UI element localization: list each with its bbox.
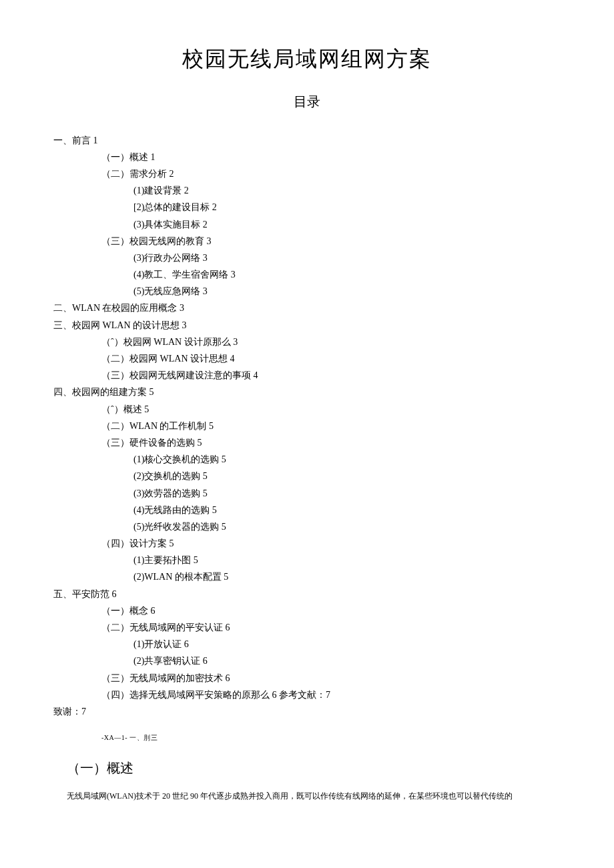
toc-entry: （三）校园无线网的教育 3 bbox=[101, 233, 561, 250]
toc-entry: [2)总体的建设目标 2 bbox=[133, 199, 561, 215]
toc-entry: （ˆ）校园网 WLAN 设计原那么 3 bbox=[101, 334, 561, 350]
toc-entry: （二）校园网 WLAN 设计思想 4 bbox=[101, 350, 561, 367]
toc-entry: 三、校园网 WLAN 的设计思想 3 bbox=[53, 317, 561, 334]
toc-entry: （二）需求分析 2 bbox=[101, 165, 561, 182]
toc-entry: （三）校园网无线网建设注意的事项 4 bbox=[101, 367, 561, 384]
toc-entry: （一）概述 1 bbox=[101, 149, 561, 165]
toc-entry: (4)教工、学生宿舍网络 3 bbox=[133, 266, 561, 283]
toc-entry: （三）无线局域网的加密技术 6 bbox=[101, 670, 561, 687]
toc-entry: (1)核心交换机的选购 5 bbox=[133, 451, 561, 468]
toc-entry: （一）概念 6 bbox=[101, 602, 561, 619]
toc-entry: （ˆ）概述 5 bbox=[101, 401, 561, 418]
toc-entry: (1)开放认证 6 bbox=[133, 636, 561, 653]
toc-entry: 四、校园网的组建方案 5 bbox=[53, 384, 561, 400]
section-note: -XA—1- 一、刖三 bbox=[101, 732, 561, 744]
toc-entry: (3)行政办公网络 3 bbox=[133, 250, 561, 266]
toc-entry: （三）硬件设备的选购 5 bbox=[101, 434, 561, 451]
document-title: 校园无线局域网组网方案 bbox=[53, 40, 561, 79]
toc-entry: 二、WLAN 在校园的应用概念 3 bbox=[53, 300, 561, 316]
toc-entry: (2)WLAN 的根本配置 5 bbox=[133, 568, 561, 585]
toc-entry: 五、平安防范 6 bbox=[53, 586, 561, 602]
toc-entry: (5)光纤收发器的选购 5 bbox=[133, 518, 561, 535]
toc-entry: （四）选择无线局域网平安策略的原那么 6 参考文献：7 bbox=[101, 687, 561, 703]
toc-entry: (4)无线路由的选购 5 bbox=[133, 502, 561, 518]
toc-entry: 致谢：7 bbox=[53, 703, 561, 720]
toc-entry: (2)共享密钥认证 6 bbox=[133, 653, 561, 669]
toc-entry: (3)具体实施目标 2 bbox=[133, 216, 561, 233]
toc-heading: 目录 bbox=[53, 89, 561, 113]
body-paragraph: 无线局域网(WLAN)技术于 20 世纪 90 年代逐步成熟并投入商用，既可以作… bbox=[67, 789, 561, 804]
toc-entry: (3)效劳器的选购 5 bbox=[133, 485, 561, 502]
toc-entry: (1)建设背景 2 bbox=[133, 182, 561, 199]
toc-entry: 一、前言 1 bbox=[53, 132, 561, 149]
toc-entry: (1)主要拓扑图 5 bbox=[133, 552, 561, 568]
table-of-contents: 一、前言 1（一）概述 1（二）需求分析 2(1)建设背景 2[2)总体的建设目… bbox=[53, 132, 561, 721]
toc-entry: （二）WLAN 的工作机制 5 bbox=[101, 418, 561, 434]
section-heading-overview: （一）概述 bbox=[67, 756, 561, 780]
toc-entry: (5)无线应急网络 3 bbox=[133, 283, 561, 300]
toc-entry: (2)交换机的选购 5 bbox=[133, 468, 561, 484]
toc-entry: （四）设计方案 5 bbox=[101, 535, 561, 552]
toc-entry: （二）无线局域网的平安认证 6 bbox=[101, 619, 561, 636]
